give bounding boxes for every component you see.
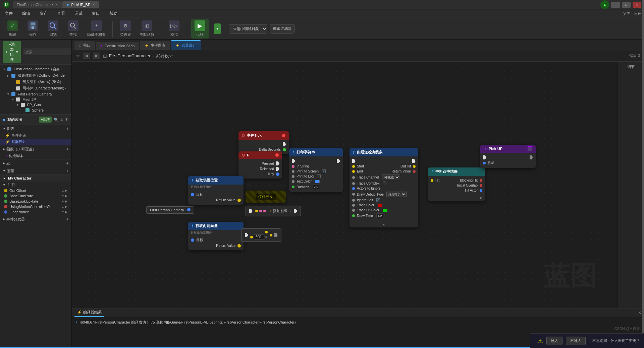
menu-assets[interactable]: 资产 xyxy=(38,10,50,17)
tab-close-icon[interactable]: ✕ xyxy=(55,3,58,6)
tree-item-sphere[interactable]: Sphere xyxy=(0,108,71,113)
browse-button[interactable]: 浏览 xyxy=(44,19,62,39)
class-name[interactable]: FirstPersonCharacter xyxy=(109,53,151,58)
var-dot-icon xyxy=(4,194,7,198)
tab-weapons[interactable]: ⚡ 武器设计 xyxy=(171,40,201,50)
bp-item-weapons[interactable]: ⚡ 武器设计 xyxy=(0,139,71,145)
close-button[interactable]: ✕ xyxy=(633,2,641,8)
node-line-trace[interactable]: ƒ 由通道检测线条 Start xyxy=(350,148,418,227)
add-event-dispatcher-button[interactable]: + xyxy=(66,216,69,222)
pin-dot-icon xyxy=(352,170,355,173)
new-blueprint-button[interactable]: +新增 xyxy=(39,117,52,123)
tab-compiler-results[interactable]: ⚡ 编译器结果 xyxy=(74,308,104,317)
star-button[interactable]: ☆ xyxy=(76,53,80,59)
add-function-button[interactable]: + xyxy=(66,146,69,152)
csdn-watermark: CSDN @M行者 xyxy=(614,326,640,331)
tab-firstpersoncharacter[interactable]: FirstPersonCharacter• ✕ xyxy=(13,1,62,8)
close-panel-button[interactable]: ✕ xyxy=(638,310,641,315)
add-macro-button[interactable]: + xyxy=(66,160,69,166)
node-title: 中析命中结果 xyxy=(435,169,458,174)
value-input[interactable]: 500 xyxy=(254,234,264,239)
menu-debug[interactable]: 调试 xyxy=(72,10,85,17)
play-button[interactable]: ▶ 运行 xyxy=(191,19,209,39)
node-dev-only[interactable]: 仅供开发 xyxy=(246,191,286,203)
menubar: 文件 编辑 资产 查看 调试 窗口 帮助 父类：角色 xyxy=(0,9,644,18)
tree-item-arrow[interactable]: 箭头组件 (Arrow) (继承) xyxy=(0,79,71,85)
component-search-input[interactable] xyxy=(23,49,72,55)
tab-construction[interactable]: ƒ Construction Scrip xyxy=(96,42,139,50)
var-baselookuprate[interactable]: BaseLookUpRate ≡ ▶ xyxy=(0,199,71,204)
trace-channel-dropdown[interactable]: 可视线 xyxy=(382,175,400,180)
node-get-direction[interactable]: ƒ 获取向前向量 目标是场景组件 目标 Return Value xyxy=(188,222,244,250)
menu-view[interactable]: 查看 xyxy=(55,10,67,17)
var-baseturnrate[interactable]: BaseTurnRate ≡ ▶ xyxy=(0,193,71,199)
color-swatch-red xyxy=(378,204,382,207)
pin-label: End xyxy=(357,169,363,173)
class-defaults-button[interactable]: ◧ 类默认值 xyxy=(137,19,157,39)
tab-viewport[interactable]: □ 视口 xyxy=(74,41,95,50)
bp-item-events[interactable]: ⚡ 事件图表 xyxy=(0,132,71,139)
menu-help[interactable]: 帮助 xyxy=(107,10,119,17)
graphs-section-header[interactable]: ▼ 图表 + xyxy=(0,125,71,132)
node-pickup[interactable]: 目标是Pick UP Interation ↑ Pick UP ↑ xyxy=(480,145,536,168)
first-person-camera-label-box[interactable]: First Person Camera xyxy=(146,206,194,214)
var-fingerindex[interactable]: FingerIndex ≡ ▶ xyxy=(0,209,71,215)
import-button[interactable]: 导入 xyxy=(546,337,562,345)
compile-button[interactable]: ✓ 编译 xyxy=(4,19,21,39)
forward-button[interactable]: ▶ xyxy=(93,53,100,59)
tab-events[interactable]: ⚡ 事件图表 xyxy=(140,41,170,50)
add-component-button[interactable]: + +添加组件 ▾ xyxy=(3,41,21,63)
tree-item-firstpersoncamera[interactable]: ▼ First Person Camera xyxy=(0,91,71,97)
add-impulse-area[interactable]: + 添加引擎 + xyxy=(246,206,301,216)
expand-node-button[interactable]: ▲ xyxy=(350,221,418,227)
hide-unrelated-button[interactable]: 👁 隐藏不相关 xyxy=(85,19,108,39)
simulate-button[interactable]: ▷▷ 模拟 xyxy=(165,19,183,39)
tab-close-icon[interactable]: ✕ xyxy=(92,3,95,6)
tree-item-self[interactable]: ▼ FirstPersonCharacter（自身） xyxy=(0,66,71,72)
add-graph-button[interactable]: + xyxy=(66,126,69,131)
debug-type-dropdown[interactable]: 好短时长 xyxy=(386,192,407,197)
node-get-position[interactable]: ƒ 获取场景位置 目标是场景组件 目标 Return Value xyxy=(188,176,244,205)
class-settings-button[interactable]: ⚙ 类设置 xyxy=(117,19,134,39)
maximize-button[interactable]: □ xyxy=(622,2,631,8)
multiply-node[interactable]: 500 ✕ xyxy=(241,228,281,242)
tree-item-mesh2p[interactable]: ▼ Mesh2P xyxy=(0,97,71,102)
tree-item-fpgun[interactable]: ▼ FP_Gun xyxy=(0,102,71,108)
play-dropdown-button[interactable]: ▼ xyxy=(211,22,223,36)
expand-node-button[interactable]: ▼ xyxy=(428,195,485,201)
tab-pickup-bp[interactable]: ◆ PickUP_BP ✕ xyxy=(62,1,99,8)
tree-item-mesh0[interactable]: 网格体 (CharacterMesh0) ( xyxy=(0,85,71,91)
var-dot-icon xyxy=(4,189,7,192)
variables-section-header[interactable]: ▼ 变量 + xyxy=(0,167,71,175)
node-f-key[interactable]: ⬡ F Pressed Released xyxy=(238,151,282,179)
var-usingmotioncontrollers[interactable]: UsingMotionControllers? ≡ ▶ xyxy=(0,204,71,209)
blueprint-canvas[interactable]: ⬡ 事件Tick Delta Seconds xyxy=(72,62,617,308)
no-ask-checkbox[interactable]: □ 不再询问 xyxy=(589,338,607,343)
minimize-button[interactable]: ─ xyxy=(611,2,620,8)
tree-item-collision[interactable]: ▶ 胶囊体组件 (CollisionCylinde xyxy=(0,72,71,79)
add-variable-button[interactable]: + xyxy=(66,168,69,173)
pin-dot-icon xyxy=(237,244,241,248)
debug-filter-button[interactable]: 调试过滤器 xyxy=(270,24,294,33)
class-grid-icon: ⊞ xyxy=(103,53,107,59)
find-button[interactable]: 查找 xyxy=(64,19,82,39)
no-import-button[interactable]: 不导入 xyxy=(566,337,586,345)
menu-file[interactable]: 文件 xyxy=(3,10,15,17)
back-button[interactable]: ◀ xyxy=(83,53,90,59)
bp-item-construct[interactable]: ƒ 构造脚本 xyxy=(0,153,71,159)
event-icon: ⬡ xyxy=(242,134,245,137)
functions-section-header[interactable]: ▶ 函数（30可覆盖） + xyxy=(0,145,71,153)
save-button[interactable]: 保存 xyxy=(24,19,42,39)
node-break-hit[interactable]: ƒ 中析命中结果 Hit Blocking Hit xyxy=(428,167,485,201)
var-dot-icon xyxy=(4,200,7,203)
debug-target-dropdown[interactable]: 未选中调试对象 xyxy=(229,24,267,33)
menu-edit[interactable]: 编辑 xyxy=(20,10,32,17)
resize-handle[interactable] xyxy=(642,62,644,308)
pin-label: In String xyxy=(297,164,309,168)
var-gunoffset[interactable]: GunOffset ≡ ▶ xyxy=(0,188,71,193)
macros-section-header[interactable]: ▶ 宏 + xyxy=(0,159,71,167)
menu-window[interactable]: 窗口 xyxy=(90,10,102,17)
node-print-string[interactable]: ƒ 打印字符串 In String xyxy=(289,148,343,192)
node-event-tick[interactable]: ⬡ 事件Tick Delta Seconds xyxy=(238,131,289,154)
construct-icon: ƒ xyxy=(5,154,7,158)
